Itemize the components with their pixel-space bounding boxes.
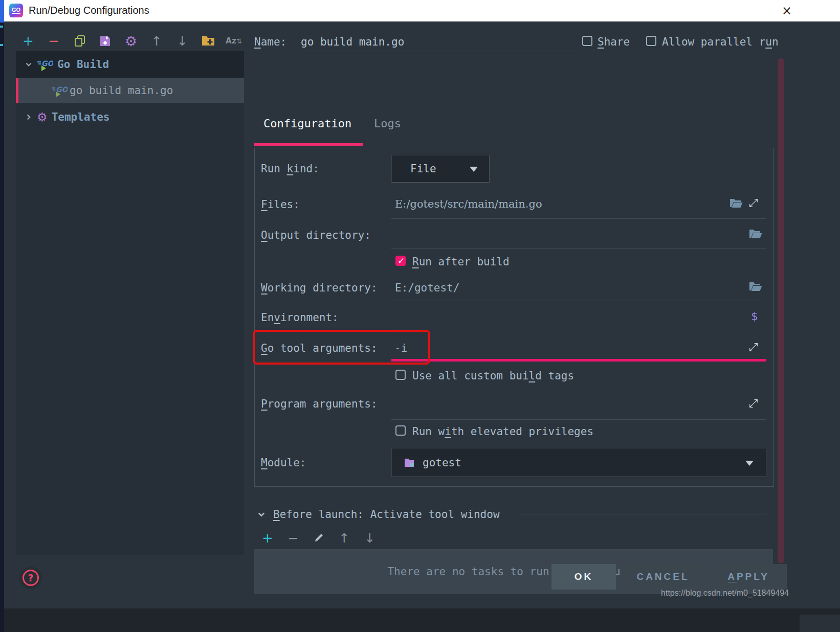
tree-group-label: Templates [52, 111, 110, 123]
annotation-highlight-box [253, 330, 430, 365]
add-configuration-icon[interactable]: + [20, 33, 36, 49]
files-label: Files: [261, 198, 300, 211]
files-underline [391, 218, 766, 219]
use-custom-build-tags-checkbox[interactable] [395, 370, 406, 380]
run-after-build-checkbox[interactable] [395, 256, 406, 266]
name-input[interactable]: go build main.go [301, 36, 404, 48]
program-arguments-underline [391, 419, 766, 420]
tree-item-label: go build main.go [70, 84, 173, 97]
share-label[interactable]: Share [598, 36, 630, 48]
titlebar: GO Run/Debug Configurations × [0, 0, 840, 21]
svg-text:GO: GO [41, 59, 53, 67]
tree-group-go-build[interactable]: GO Go Build [16, 51, 244, 78]
question-mark-icon: ? [23, 570, 39, 586]
edit-task-pencil-icon[interactable] [311, 530, 326, 546]
go-build-icon: GO [37, 58, 53, 71]
files-input[interactable]: E:/gotest/src/main/main.go [395, 198, 542, 210]
elevated-privileges-label[interactable]: Run with elevated privileges [412, 425, 593, 438]
module-dropdown[interactable]: gotest [391, 448, 766, 477]
copy-configuration-icon[interactable] [72, 33, 87, 49]
environment-label: Environment: [261, 311, 339, 324]
chevron-down-icon[interactable] [257, 510, 266, 521]
working-directory-label: Working directory: [261, 282, 378, 294]
tab-configuration[interactable]: Configuration [263, 117, 351, 130]
environment-underline [391, 329, 766, 329]
run-kind-label: Run kind: [261, 163, 319, 175]
background-strip [4, 608, 840, 632]
run-debug-configurations-dialog: GO Run/Debug Configurations × + − ⚙ [0, 0, 840, 632]
csdn-watermark: https://blog.csdn.net/m0_51849494 [661, 589, 789, 598]
name-underline [300, 52, 577, 52]
configurations-toolbar: + − ⚙ ↑ ↓ [20, 31, 241, 51]
remove-task-icon[interactable]: − [285, 530, 301, 546]
remove-configuration-icon[interactable]: − [46, 33, 61, 49]
tree-group-label: Go Build [57, 58, 109, 71]
configurations-tree: GO Go Build GO go build main.go [16, 51, 244, 555]
chevron-down-icon [470, 167, 478, 172]
program-arguments-label: Program arguments: [261, 398, 378, 410]
cancel-button[interactable]: CANCEL [621, 564, 705, 590]
help-button[interactable]: ? [19, 567, 42, 589]
environment-variables-icon[interactable]: $ [751, 310, 758, 323]
tree-group-templates[interactable]: ⚙ Templates [16, 105, 244, 129]
chevron-down-icon [745, 461, 754, 466]
chevron-right-icon[interactable] [25, 113, 33, 121]
go-build-icon: GO [51, 84, 68, 97]
active-tab-indicator [254, 143, 363, 146]
move-task-up-icon[interactable]: ↑ [337, 530, 352, 546]
run-kind-dropdown[interactable]: File [391, 155, 490, 183]
vertical-scrollbar[interactable] [778, 58, 784, 563]
module-folder-icon [404, 458, 415, 468]
sort-alphabetically-icon[interactable]: AZ⇅ [226, 33, 241, 49]
dialog-body: + − ⚙ ↑ ↓ [4, 21, 840, 608]
output-directory-label: Output directory: [261, 229, 371, 241]
window-edge-strip [0, 0, 4, 632]
use-custom-build-tags-label[interactable]: Use all custom build tags [412, 370, 574, 382]
focused-field-underline [391, 359, 766, 362]
before-launch-toolbar: + − ↑ ↓ [260, 529, 378, 547]
elevated-privileges-checkbox[interactable] [395, 425, 406, 436]
expand-field-icon[interactable]: ⤢ [749, 397, 758, 410]
working-directory-input[interactable]: E:/gotest/ [395, 282, 459, 294]
expand-field-icon[interactable]: ⤢ [749, 341, 758, 353]
tab-logs[interactable]: Logs [374, 117, 401, 130]
browse-folder-icon[interactable] [749, 281, 762, 292]
goland-logo-icon: GO [9, 4, 23, 17]
browse-folder-icon[interactable] [749, 228, 762, 239]
allow-parallel-run-checkbox[interactable] [646, 36, 656, 46]
edge-artifact [0, 26, 3, 28]
ok-button[interactable]: OK [551, 564, 616, 590]
allow-parallel-run-label[interactable]: Allow parallel run [662, 36, 779, 48]
working-directory-underline [391, 301, 766, 301]
chevron-down-icon[interactable] [25, 60, 33, 69]
module-label: Module: [261, 457, 306, 469]
background-block [800, 615, 840, 632]
window-edge-top [0, 0, 4, 22]
edit-templates-gear-icon[interactable]: ⚙ [123, 33, 139, 49]
save-configuration-icon[interactable] [98, 33, 113, 49]
run-after-build-label[interactable]: Run after build [412, 256, 510, 268]
before-launch-divider [518, 514, 766, 514]
before-launch-header[interactable]: Before launch: Activate tool window [273, 508, 500, 521]
module-value: gotest [423, 457, 461, 469]
name-label: Name: [254, 36, 286, 48]
close-icon[interactable]: × [776, 1, 798, 20]
move-task-down-icon[interactable]: ↓ [362, 530, 378, 546]
templates-gear-icon: ⚙ [37, 110, 48, 124]
expand-field-icon[interactable]: ⤢ [749, 196, 758, 209]
add-task-icon[interactable]: + [260, 530, 275, 546]
browse-folder-icon[interactable] [730, 197, 743, 209]
tree-item-go-build-main-go[interactable]: GO go build main.go [16, 78, 244, 103]
edge-artifact [0, 44, 3, 46]
output-directory-underline [391, 248, 766, 249]
svg-text:GO: GO [56, 85, 68, 94]
share-checkbox[interactable] [582, 36, 592, 46]
run-kind-value: File [410, 163, 436, 175]
move-down-icon[interactable]: ↓ [175, 33, 190, 49]
apply-button[interactable]: APPLY [710, 564, 787, 590]
window-title: Run/Debug Configurations [29, 5, 149, 16]
move-up-icon[interactable]: ↑ [149, 33, 164, 49]
new-folder-icon[interactable] [201, 33, 216, 49]
